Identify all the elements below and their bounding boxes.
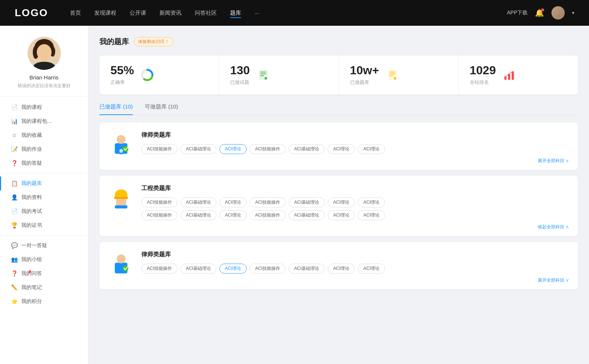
eng-tag-1[interactable]: ACI基础理论: [180, 197, 216, 207]
tab-done[interactable]: 已做题库 (10): [99, 103, 133, 115]
eng-tag-9[interactable]: ACI理论: [219, 210, 247, 220]
sidebar-item-certificate-label: 我的证书: [21, 222, 42, 229]
l2-tag-0[interactable]: ACI技能操作: [141, 264, 177, 274]
sidebar-menu: 📄 我的课程 📊 我的课程包... ☆ 我的收藏 📝 我的作业 ❓ 我的答疑 �: [0, 97, 88, 312]
eng-tag-4[interactable]: ACI基础理论: [289, 197, 325, 207]
lawyer2-card-tags: ACI技能操作 ACI基础理论 ACI理论 ACI技能操作 ACI基础理论 AC…: [141, 264, 569, 274]
lawyer-card-content: 律师类题库 ACI技能操作 ACI基础理论 ACI理论 ACI技能操作 ACI基…: [141, 131, 569, 164]
main-layout: Brian Harris 错误的决定比没有决定要好 📄 我的课程 📊 我的课程包…: [0, 26, 589, 364]
eng-tag-0[interactable]: ACI技能操作: [141, 197, 177, 207]
profile-icon: 👤: [11, 194, 17, 201]
courses-icon: 📄: [11, 104, 17, 111]
app-download-button[interactable]: APP下载: [507, 10, 528, 16]
engineer-card-expand[interactable]: 收起全部科目 ∧: [141, 224, 569, 230]
svg-point-24: [117, 135, 126, 144]
l2-tag-6[interactable]: ACI理论: [358, 264, 385, 274]
sidebar-item-bank-label: 我的题库: [21, 180, 42, 187]
svg-rect-14: [265, 77, 267, 79]
sidebar-item-profile-label: 我的资料: [21, 194, 42, 201]
sidebar-item-exam-label: 我的考试: [21, 208, 42, 215]
sidebar-item-tutoring[interactable]: 💬 一对一答疑: [0, 239, 88, 253]
svg-rect-27: [114, 197, 128, 199]
eng-tag-12[interactable]: ACI理论: [328, 210, 355, 220]
user-dropdown-arrow[interactable]: ▾: [572, 10, 574, 15]
eng-tag-7[interactable]: ACI技能操作: [141, 210, 177, 220]
banks-label: 已做题库: [350, 79, 379, 86]
nav-link-discover[interactable]: 发现课程: [94, 8, 116, 18]
sidebar-item-questions[interactable]: ❓ 我的答疑: [0, 156, 88, 170]
tag-1[interactable]: ACI基础理论: [180, 144, 216, 154]
sidebar-item-points-label: 我的积分: [21, 298, 42, 305]
tag-6[interactable]: ACI理论: [358, 144, 385, 154]
nav-link-home[interactable]: 首页: [70, 8, 81, 18]
nav-link-opencourse[interactable]: 公开课: [130, 8, 146, 18]
nav-link-bank[interactable]: 题库: [230, 8, 241, 18]
stat-ranking: 1029 全站排名: [459, 56, 578, 94]
notification-bell[interactable]: 🔔: [535, 8, 544, 17]
bank-card-lawyer-2: 律师类题库 ACI技能操作 ACI基础理论 ACI理论 ACI技能操作 ACI基…: [99, 242, 578, 289]
eng-tag-13[interactable]: ACI理论: [358, 210, 385, 220]
sidebar-item-bank[interactable]: 📋 我的题库: [0, 176, 88, 190]
eng-tag-3[interactable]: ACI技能操作: [250, 197, 286, 207]
page-title: 我的题库: [99, 37, 129, 47]
donut-chart: [140, 68, 154, 82]
sidebar-item-myqa[interactable]: ❓ 我的问答: [0, 267, 88, 281]
lawyer2-card-expand[interactable]: 展开全部科目 ∨: [141, 277, 569, 283]
sidebar-item-favorites[interactable]: ☆ 我的收藏: [0, 128, 88, 142]
tabs-row: 已做题库 (10) 可做题库 (10): [99, 103, 578, 115]
svg-rect-22: [512, 71, 514, 80]
tab-available[interactable]: 可做题库 (10): [145, 103, 178, 115]
banks-icon: [385, 68, 400, 82]
eng-tag-2[interactable]: ACI理论: [219, 197, 247, 207]
questions-label: 已做试题: [230, 79, 250, 86]
l2-tag-4[interactable]: ACI基础理论: [289, 264, 325, 274]
eng-tag-8[interactable]: ACI基础理论: [180, 210, 216, 220]
sidebar-item-group-label: 我的小组: [21, 256, 42, 263]
lawyer-card-expand[interactable]: 展开全部科目 ∨: [141, 158, 569, 164]
tag-3[interactable]: ACI技能操作: [250, 144, 286, 154]
sidebar-item-certificate[interactable]: 🏆 我的证书: [0, 218, 88, 232]
tag-0[interactable]: ACI技能操作: [141, 144, 177, 154]
l2-tag-5[interactable]: ACI理论: [328, 264, 355, 274]
exam-icon: 📄: [11, 208, 17, 215]
nav-link-qa[interactable]: 问答社区: [195, 8, 217, 18]
sidebar-item-exam[interactable]: 📄 我的考试: [0, 204, 88, 218]
sidebar-item-group[interactable]: 👥 我的小组: [0, 253, 88, 267]
eng-tag-11[interactable]: ACI基础理论: [289, 210, 325, 220]
sidebar-item-courses[interactable]: 📄 我的课程: [0, 100, 88, 114]
sidebar-item-homework[interactable]: 📝 我的作业: [0, 142, 88, 156]
svg-rect-18: [389, 75, 393, 76]
svg-rect-12: [260, 74, 266, 74]
sidebar-item-packages[interactable]: 📊 我的课程包...: [0, 114, 88, 128]
engineer-card-title: 工程类题库: [141, 185, 569, 192]
sidebar-item-notes[interactable]: ✏️ 我的笔记: [0, 281, 88, 295]
notes-green-icon: [257, 69, 269, 81]
l2-tag-2[interactable]: ACI理论: [219, 264, 247, 274]
l2-tag-1[interactable]: ACI基础理论: [180, 264, 216, 274]
sidebar-item-questions-label: 我的答疑: [21, 160, 42, 167]
tag-2[interactable]: ACI理论: [219, 144, 247, 154]
nav-link-news[interactable]: 新闻资讯: [159, 8, 181, 18]
l2-tag-3[interactable]: ACI技能操作: [250, 264, 286, 274]
tag-4[interactable]: ACI基础理论: [289, 144, 325, 154]
homework-icon: 📝: [11, 146, 17, 153]
questions-icon: [256, 68, 271, 82]
sidebar-item-packages-label: 我的课程包...: [21, 118, 52, 125]
svg-rect-13: [260, 75, 264, 76]
svg-rect-11: [260, 72, 266, 72]
sidebar-item-profile[interactable]: 👤 我的资料: [0, 190, 88, 204]
eng-tag-10[interactable]: ACI技能操作: [250, 210, 286, 220]
myqa-dot: [29, 270, 31, 273]
eng-tag-5[interactable]: ACI理论: [328, 197, 355, 207]
profile-motto: 错误的决定比没有决定要好: [10, 83, 78, 89]
eng-tag-6[interactable]: ACI理论: [358, 197, 385, 207]
page-title-row: 我的题库 体验剩余23天！: [99, 37, 578, 47]
tag-5[interactable]: ACI理论: [328, 144, 355, 154]
sidebar-item-tutoring-label: 一对一答疑: [21, 242, 47, 249]
engineer-icon: [108, 185, 134, 210]
accuracy-icon: [140, 68, 155, 82]
nav-link-more[interactable]: ···: [254, 8, 259, 18]
user-avatar[interactable]: [551, 6, 565, 19]
sidebar-item-points[interactable]: ⭐ 我的积分: [0, 295, 88, 308]
sidebar-item-notes-label: 我的笔记: [21, 284, 42, 291]
